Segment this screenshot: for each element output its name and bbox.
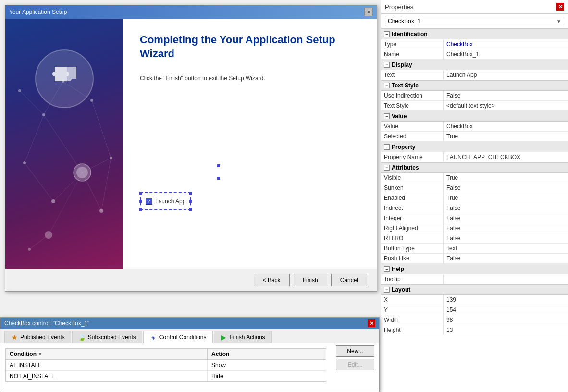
tab-published-label: Published Events <box>20 334 65 341</box>
prop-y-value: 154 <box>444 305 568 315</box>
tab-subscribed-events[interactable]: 🍃 Subscribed Events <box>72 331 142 343</box>
prop-right-aligned-value: False <box>444 223 568 233</box>
svg-point-11 <box>42 113 45 116</box>
handle-mr[interactable] <box>189 200 192 203</box>
svg-line-0 <box>44 115 82 172</box>
prop-name-label: Name <box>381 49 444 59</box>
section-help-label: Help <box>392 266 404 272</box>
tab-finish-actions[interactable]: ▶ Finish Actions <box>214 331 272 343</box>
collapse-text-style[interactable]: − <box>384 83 390 88</box>
tab-published-events[interactable]: ★ Published Events <box>4 331 71 343</box>
prop-sunken: Sunken False <box>381 183 568 193</box>
handle-ml[interactable] <box>139 200 142 203</box>
condition-header[interactable]: Condition ▼ <box>6 349 208 359</box>
handle-tr[interactable] <box>189 192 192 195</box>
prop-push-like-value: False <box>444 254 568 263</box>
properties-close-button[interactable]: ✕ <box>556 3 564 11</box>
wizard-main: Completing the Your Application Setup Wi… <box>123 19 377 269</box>
properties-table: − Identification Type CheckBox Name Chec… <box>381 29 568 392</box>
prop-x: X 139 <box>381 295 568 305</box>
properties-title: Properties <box>385 3 413 11</box>
collapse-help[interactable]: − <box>384 266 390 272</box>
prop-x-value: 139 <box>444 295 568 305</box>
cancel-button[interactable]: Cancel <box>331 274 367 286</box>
svg-line-2 <box>25 115 44 163</box>
edit-condition-button[interactable]: Edit... <box>336 359 374 370</box>
prop-tooltip: Tooltip <box>381 274 568 284</box>
tab-control-conditions[interactable]: ◈ Control Conditions <box>143 331 213 343</box>
prop-name-row: Name CheckBox_1 <box>381 49 568 60</box>
collapse-display[interactable]: − <box>384 62 390 68</box>
prop-property-name-value: LAUNCH_APP_CHECKBOX <box>444 152 568 162</box>
handle-br[interactable] <box>189 208 192 211</box>
prop-button-type: Button Type Text <box>381 244 568 254</box>
properties-selected-item: CheckBox_1 <box>388 18 420 24</box>
prop-indirect-name: Indirect <box>381 203 444 213</box>
subscribed-events-icon: 🍃 <box>78 333 86 341</box>
properties-selector[interactable]: CheckBox_1 ▼ <box>385 16 564 26</box>
published-events-icon: ★ <box>11 333 18 341</box>
checkbox-selection-area[interactable]: Launch App <box>140 192 191 210</box>
prop-selected: Selected True <box>381 132 568 142</box>
launch-app-checkbox[interactable] <box>146 198 152 205</box>
prop-visible-name: Visible <box>381 173 444 183</box>
condition-cell-2: NOT AI_INSTALL <box>6 371 208 381</box>
table-row[interactable]: NOT AI_INSTALL Hide <box>6 371 326 381</box>
handle-bl[interactable] <box>139 208 142 211</box>
svg-point-17 <box>110 157 112 159</box>
launch-app-label: Launch App <box>155 198 185 205</box>
prop-button-type-value: Text <box>444 244 568 253</box>
conditions-table-body: AI_INSTALL Show NOT AI_INSTALL Hide <box>5 359 326 382</box>
control-close-button[interactable]: ✕ <box>368 319 375 327</box>
wizard-close-button[interactable]: ✕ <box>364 8 373 16</box>
prop-property-name-row: Property Name LAUNCH_APP_CHECKBOX <box>381 152 568 162</box>
action-header: Action <box>208 349 326 359</box>
wizard-footer: < Back Finish Cancel <box>5 269 377 291</box>
prop-indirect-value: False <box>444 203 568 213</box>
prop-type: Type CheckBox <box>381 39 568 49</box>
prop-text-style-val: Text Style <default text style> <box>381 101 568 111</box>
prop-button-type-name: Button Type <box>381 244 444 253</box>
section-layout-label: Layout <box>392 286 410 293</box>
section-text-style: − Text Style <box>381 80 568 91</box>
wizard-heading: Completing the Your Application Setup Wi… <box>140 33 360 61</box>
section-property: − Property <box>381 142 568 152</box>
collapse-attributes[interactable]: − <box>384 165 390 171</box>
section-display-label: Display <box>392 61 412 68</box>
collapse-identification[interactable]: − <box>384 31 390 37</box>
section-layout: − Layout <box>381 284 568 295</box>
collapse-property[interactable]: − <box>384 144 390 150</box>
control-body: Condition ▼ Action AI_INSTALL Show NOT A… <box>0 343 379 392</box>
prop-rtlro: RTLRO False <box>381 233 568 244</box>
dropdown-arrow-icon: ▼ <box>556 19 561 24</box>
handle-ext-2[interactable] <box>217 177 220 180</box>
prop-integer: Integer False <box>381 213 568 223</box>
prop-integer-value: False <box>444 213 568 223</box>
new-condition-button[interactable]: New... <box>336 345 374 357</box>
handle-tl[interactable] <box>139 192 142 195</box>
finish-button[interactable]: Finish <box>294 274 327 286</box>
prop-property-name-label: Property Name <box>381 152 444 162</box>
prop-enabled-name: Enabled <box>381 193 444 203</box>
wizard-sidebar <box>5 19 123 269</box>
handle-ext-1[interactable] <box>217 164 220 167</box>
prop-value-value: CheckBox <box>444 122 568 131</box>
collapse-layout[interactable]: − <box>384 287 390 293</box>
prop-tooltip-value <box>444 274 568 284</box>
section-identification-label: Identification <box>392 31 428 37</box>
checkbox-container[interactable]: Launch App <box>140 144 191 210</box>
prop-y-name: Y <box>381 305 444 315</box>
section-property-label: Property <box>392 144 415 150</box>
control-tabs: ★ Published Events 🍃 Subscribed Events ◈… <box>0 329 379 343</box>
table-row[interactable]: AI_INSTALL Show <box>6 360 326 371</box>
back-button[interactable]: < Back <box>254 274 290 286</box>
prop-indirect: Indirect False <box>381 203 568 213</box>
section-display: − Display <box>381 60 568 70</box>
prop-value-row: Value CheckBox <box>381 122 568 132</box>
prop-push-like: Push Like False <box>381 254 568 264</box>
collapse-value[interactable]: − <box>384 113 390 119</box>
prop-text-value: Launch App <box>444 70 568 80</box>
prop-name-value: CheckBox_1 <box>444 49 568 59</box>
prop-right-aligned-name: Right Aligned <box>381 223 444 233</box>
prop-width: Width 98 <box>381 315 568 325</box>
